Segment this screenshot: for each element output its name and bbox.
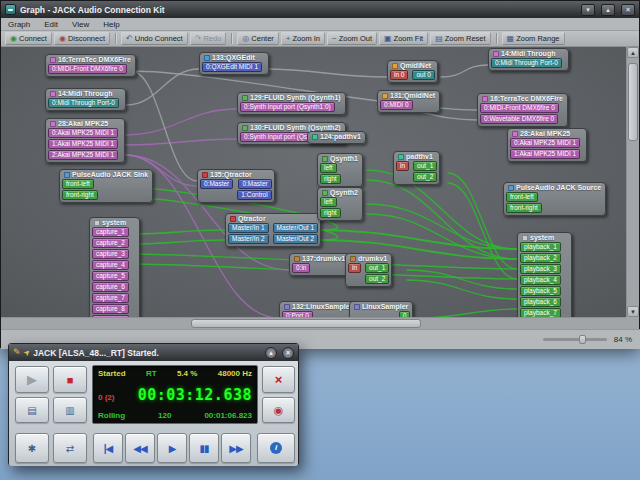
graph-port-in-0[interactable]: in 0	[390, 70, 408, 80]
graph-port-playback-5[interactable]: playback_5	[520, 286, 561, 296]
graph-port-in[interactable]: in	[348, 263, 361, 273]
graph-node-drumkv1[interactable]: drumkv1inout_1out_2	[345, 253, 392, 287]
graph-port-left[interactable]: left	[320, 163, 337, 173]
minimize-button[interactable]: ▾	[581, 4, 595, 16]
undo-connect-button[interactable]: ↶Undo Connect	[121, 32, 188, 45]
graph-port-0-midi-through-port-0[interactable]: 0:Midi Through Port-0	[491, 58, 562, 68]
graph-node-137-drumkv1[interactable]: 137:drumkv10:in	[289, 253, 350, 276]
redo-button[interactable]: ↷Redo	[190, 32, 227, 45]
graph-port-right[interactable]: right	[320, 174, 341, 184]
node-header[interactable]: 133:QXGEdit	[200, 53, 268, 62]
zoom-slider-handle[interactable]	[579, 335, 586, 344]
pin-icon[interactable]: ➤	[22, 347, 32, 357]
graph-port-playback-2[interactable]: playback_2	[520, 253, 561, 263]
graph-node-135-qtractor[interactable]: 135:Qtractor0:Master0:Master1:Control	[197, 169, 275, 203]
graph-port-front-left[interactable]: front-left	[506, 192, 538, 202]
horizontal-scroll-handle[interactable]	[191, 319, 421, 328]
graph-port-capture-6[interactable]: capture_6	[92, 282, 129, 292]
about-button[interactable]: i	[257, 433, 295, 463]
graph-port-master-out-1[interactable]: Master/Out 1	[273, 223, 319, 233]
graph-port-0-akai-mpk25-midi-1[interactable]: 0:Akai MPK25 MIDI 1	[48, 128, 118, 138]
graph-node-124-padthv1[interactable]: 124:padthv1	[307, 131, 366, 144]
vertical-scrollbar[interactable]: ▲ ▼	[626, 47, 639, 317]
connect-button[interactable]: ◉Connect	[5, 32, 52, 45]
graph-port-capture-3[interactable]: capture_3	[92, 249, 129, 259]
graph-port-0-qxgedit-midi-1[interactable]: 0:QXGEdit MIDI 1	[202, 62, 262, 72]
menu-help[interactable]: Help	[96, 19, 126, 30]
graph-port-capture-5[interactable]: capture_5	[92, 271, 129, 281]
patch-cable[interactable]	[407, 280, 517, 299]
node-header[interactable]: 28:Akai MPK25	[508, 129, 586, 138]
graph-port-0-synth-input-port-qsynth1-0[interactable]: 0:Synth input port (Qsynth1:0)	[240, 102, 335, 112]
graph-port-capture-1[interactable]: capture_1	[92, 227, 129, 237]
graph-node-16-terratec-dmx6fire[interactable]: 16:TerraTec DMX6Fire0:MIDI-Front DMX6fir…	[45, 54, 136, 77]
graph-port-0-midi-front-dmx6fire-0[interactable]: 0:MIDI-Front DMX6fire 0	[480, 103, 559, 113]
graph-node-system[interactable]: systemplayback_1playback_2playback_3play…	[517, 232, 572, 317]
zoom-range-button[interactable]: ▦Zoom Range	[502, 32, 565, 45]
zoom-fit-button[interactable]: ▣Zoom Fit	[379, 32, 428, 45]
graph-node-qsynth1[interactable]: Qsynth1leftright	[317, 153, 363, 187]
graph-node-pulseaudio-jack-source[interactable]: PulseAudio JACK Sourcefront-leftfront-ri…	[503, 182, 606, 216]
menu-graph[interactable]: Graph	[1, 19, 37, 30]
graph-port-capture-8[interactable]: capture_8	[92, 304, 129, 314]
transport-pause-button[interactable]: ▮▮	[189, 433, 219, 463]
session-button[interactable]: ▥	[53, 397, 87, 423]
graph-port-0-wavetable-dmx6fire-0[interactable]: 0:Wavetable DMX6fire 0	[480, 114, 558, 124]
graph-port-front-right[interactable]: front-right	[62, 190, 98, 200]
graph-port-master-in-1[interactable]: Master/In 1	[228, 223, 269, 233]
close-button-small[interactable]: ×	[282, 347, 294, 359]
graph-node-qmidinet[interactable]: QmidiNetin 0out 0	[387, 60, 438, 83]
transport-play-button[interactable]: ▶	[157, 433, 187, 463]
patch-cable[interactable]	[441, 65, 488, 77]
transport-rewind-button[interactable]: ◀◀	[125, 433, 155, 463]
graph-port-0-midi-through-port-0[interactable]: 0:Midi Through Port-0	[48, 98, 119, 108]
graph-port-capture-7[interactable]: capture_7	[92, 293, 129, 303]
menu-view[interactable]: View	[65, 19, 96, 30]
graph-node-132-linuxsampler[interactable]: 132:LinuxSampler0:Port 0	[279, 301, 357, 317]
shade-button[interactable]: ▴	[265, 347, 277, 359]
graph-port-0-akai-mpk25-midi-1[interactable]: 0:Akai MPK25 MIDI 1	[510, 138, 580, 148]
node-header[interactable]: 14:Midi Through	[489, 49, 568, 58]
maximize-button[interactable]: ▴	[601, 4, 615, 16]
patch-cable[interactable]	[131, 71, 197, 181]
graph-canvas[interactable]: 16:TerraTec DMX6Fire0:MIDI-Front DMX6fir…	[1, 47, 628, 317]
node-header[interactable]: QmidiNet	[388, 61, 437, 70]
node-header[interactable]: 137:drumkv1	[290, 254, 349, 263]
patch-cable[interactable]	[419, 309, 517, 317]
patch-cable[interactable]	[263, 69, 387, 77]
transport-backward-button[interactable]: |◀	[93, 433, 123, 463]
graph-port-left[interactable]: left	[320, 197, 337, 207]
node-header[interactable]: Qtractor	[226, 214, 320, 223]
node-header[interactable]: 16:TerraTec DMX6Fire	[46, 55, 135, 64]
node-header[interactable]: drumkv1	[346, 254, 391, 263]
menu-edit[interactable]: Edit	[37, 19, 65, 30]
messages-button[interactable]: ▤	[15, 397, 49, 423]
patch-cable[interactable]	[131, 240, 225, 244]
transport-forward-button[interactable]: ▶▶	[221, 433, 251, 463]
node-header[interactable]: Qsynth2	[318, 188, 362, 197]
quit-button[interactable]: ×	[262, 366, 295, 393]
patchbay-button[interactable]: ✱	[15, 433, 49, 463]
graph-node-pulseaudio-jack-sink[interactable]: PulseAudio JACK Sinkfront-leftfront-righ…	[59, 169, 153, 203]
node-header[interactable]: 131:QmidiNet	[378, 91, 439, 100]
graph-port-playback-7[interactable]: playback_7	[520, 308, 561, 317]
graph-port-out-1[interactable]: out_1	[413, 161, 437, 171]
graph-port-0-master[interactable]: 0:Master	[200, 179, 233, 189]
scroll-up-icon[interactable]: ▲	[627, 47, 639, 58]
node-header[interactable]: padthv1	[394, 152, 439, 161]
zoom-reset-button[interactable]: ▤Zoom Reset	[430, 32, 490, 45]
graph-port-1-akai-mpk25-midi-1[interactable]: 1:Akai MPK25 MIDI 1	[48, 139, 118, 149]
node-header[interactable]: LinuxSampler	[350, 302, 412, 311]
graph-node-system[interactable]: systemcapture_1capture_2capture_3capture…	[89, 217, 140, 317]
disconnect-button[interactable]: ◉Disconnect	[54, 32, 110, 45]
center-button[interactable]: ◎Center	[237, 32, 279, 45]
graph-port-0-midi-0[interactable]: 0:MIDI 0	[380, 100, 413, 110]
graph-node-133-qxgedit[interactable]: 133:QXGEdit0:QXGEdit MIDI 1	[199, 52, 269, 75]
graph-titlebar[interactable]: Graph - JACK Audio Connection Kit ▾ ▴ ×	[1, 1, 639, 18]
graph-port-master-out-2[interactable]: Master/Out 2	[273, 234, 319, 244]
graph-port-out-2[interactable]: out_2	[413, 172, 437, 182]
graph-port-1-control[interactable]: 1:Control	[237, 190, 271, 200]
node-header[interactable]: 135:Qtractor	[198, 170, 274, 179]
vertical-scroll-handle[interactable]	[628, 63, 638, 141]
graph-port-out-1[interactable]: out_1	[365, 263, 389, 273]
